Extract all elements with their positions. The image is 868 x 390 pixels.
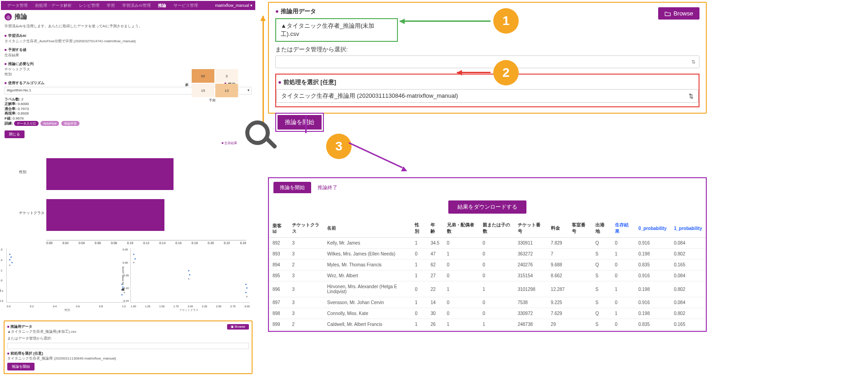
section-required-header: ■推論に必要な列 — [1, 60, 255, 67]
heatmap-cell: 92 — [192, 69, 214, 83]
confusion-matrix: 正解 92 3 15 13 予測 — [183, 69, 242, 103]
bar — [46, 199, 164, 231]
tab-finished[interactable]: 推論終了 — [311, 182, 344, 193]
page-title: 推論 — [15, 13, 27, 21]
heatmap-cell: 3 — [215, 69, 238, 83]
results-header[interactable]: 出港地 — [592, 219, 611, 238]
pill-data-input: データ入り口 — [14, 121, 39, 126]
results-header[interactable]: 1_probability — [670, 219, 706, 238]
results-header[interactable]: 名前 — [323, 219, 411, 238]
results-header[interactable]: 0_probability — [635, 219, 670, 238]
page-subtitle: 学習済みAIを活用します。あらたに取得したデータを使ってAIに予測させましょう。 — [1, 24, 255, 31]
or-select-label: またはデータ管理から選択: — [275, 45, 699, 54]
feature-importance-chart: 性別 チケットクラス 0.000.020.040.060.080.100.120… — [19, 149, 246, 245]
bar-legend: 生存結果 — [1, 141, 255, 145]
data-select[interactable]: ⇅ — [275, 55, 699, 68]
results-header[interactable]: 料金 — [547, 219, 569, 238]
table-row: 9003Abrahim, Mrs. Joseph (Sophie Halaut … — [269, 330, 706, 332]
results-header[interactable]: 生存結果 — [611, 219, 635, 238]
shap-scatter-1: SHAP value for 生存結果 0.30.20.10.0-0.1-0.2… — [6, 248, 126, 303]
nav-train[interactable]: 学習 — [103, 3, 119, 9]
chevron-down-icon: ▾ — [248, 88, 249, 93]
table-row: 8992Caldwell, Mr. Albert Francis12611248… — [269, 319, 706, 330]
results-table: 乗客Idチケットクラス名前性別年齢兄弟・配偶者数親または子の数チケット番号料金客… — [269, 219, 706, 332]
magnifier-icon — [245, 120, 270, 145]
start-inference-small[interactable]: 推論を開始 — [7, 363, 35, 370]
user-menu[interactable]: matrixflow_manual ▾ — [215, 3, 253, 8]
page-title-row: ◎ 推論 — [1, 10, 255, 24]
browse-button-small[interactable]: ▣ Browse — [227, 324, 249, 330]
table-row: 8942Myles, Mr. Thomas Francis16200240276… — [269, 260, 706, 270]
data-select-small[interactable] — [7, 343, 249, 349]
preprocess-select[interactable]: タイタニック生存者_推論用 (20200311130846-matrixflow… — [276, 89, 699, 103]
select-updown-icon: ⇅ — [691, 59, 695, 65]
annotation-arrow-purple-2 — [348, 142, 402, 169]
section-ai-value: タイタニック生存者_AutoFlow分類で学習 (20200327014741-… — [1, 39, 255, 45]
results-header[interactable]: チケットクラス — [288, 219, 323, 238]
start-inference-button[interactable]: 推論を開始 — [278, 115, 322, 130]
pill-autoflow: AutoFlow — [40, 121, 59, 126]
results-header[interactable]: 客室番号 — [568, 219, 592, 238]
nav-trained-ai[interactable]: 学習済みAI管理 — [119, 3, 154, 9]
results-header[interactable]: 乗客Id — [269, 219, 288, 238]
table-row: 8973Svensson, Mr. Johan Cervin1140075389… — [269, 297, 706, 308]
nav-preprocess[interactable]: 前処理・データ解析 — [31, 3, 75, 9]
topbar: データ管理 前処理・データ解析 レシピ管理 学習 学習済みAI管理 推論 サービ… — [1, 1, 255, 10]
step-circle-3: 3 — [326, 134, 352, 159]
nav-inference[interactable]: 推論 — [154, 3, 170, 9]
download-results-button[interactable]: 結果をダウンロードする — [448, 200, 526, 214]
table-row: 8953Wirz, Mr. Albert127003151548.662S00.… — [269, 270, 706, 281]
nav-data[interactable]: データ管理 — [4, 3, 31, 9]
pill-train: 推論学習 — [61, 121, 79, 126]
section-target-header: ■予測する値 — [1, 45, 255, 53]
annotation-arrow-green — [400, 20, 491, 22]
browse-button[interactable]: Browse — [658, 7, 699, 20]
nav-service[interactable]: サービス管理 — [170, 3, 202, 9]
step-circle-2: 2 — [493, 60, 519, 85]
inference-results-panel: 推論を開始 推論終了 結果をダウンロードする 乗客Idチケットクラス名前性別年齢… — [268, 177, 707, 332]
nav-recipe[interactable]: レシピ管理 — [75, 3, 103, 9]
tab-start[interactable]: 推論を開始 — [273, 182, 311, 193]
shap-scatter-2: SHAP value for 生存結果 0.050.00-0.05-0.10-0… — [130, 248, 250, 303]
folder-icon — [665, 11, 671, 16]
results-header[interactable]: 年齢 — [427, 219, 443, 238]
heatmap-cell: 15 — [192, 84, 214, 97]
results-header[interactable]: 親または子の数 — [479, 219, 514, 238]
results-header[interactable]: 兄弟・配偶者数 — [443, 219, 479, 238]
annotation-arrow-purple-1 — [305, 116, 307, 133]
table-row: 8963Hirvonen, Mrs. Alexander (Helga E Li… — [269, 281, 706, 297]
uploaded-file: ▲タイタニック生存者_推論用(未加工).csv — [275, 18, 398, 42]
close-button[interactable]: 閉じる — [5, 130, 25, 138]
heatmap-cell: 13 — [215, 84, 238, 97]
inference-config-small: ▣ Browse ■ 推論用データ ▲タイタニック生存者_推論用(未加工).cs… — [4, 320, 253, 374]
step-circle-1: 1 — [493, 8, 519, 34]
section-target-value: 生存結果 — [1, 53, 255, 60]
annotation-arrow-red — [457, 72, 491, 73]
table-row: 8923Kelly, Mr. James134.5003309117.829Q0… — [269, 238, 706, 249]
results-header[interactable]: チケット番号 — [514, 219, 547, 238]
bar — [46, 158, 174, 190]
inference-icon: ◎ — [5, 13, 12, 20]
section-ai-header: ■学習済みAI — [1, 31, 255, 39]
table-row: 8983Connolly, Miss. Kate030003309727.629… — [269, 308, 706, 319]
table-row: 8933Wilkes, Mrs. James (Ellen Needs)0471… — [269, 249, 706, 260]
select-updown-icon: ⇅ — [689, 93, 694, 100]
left-app-panel: データ管理 前処理・データ解析 レシピ管理 学習 学習済みAI管理 推論 サービ… — [1, 1, 255, 387]
inference-config-zoom: Browse ●推論用データ ▲タイタニック生存者_推論用(未加工).csv ま… — [268, 2, 707, 114]
results-header[interactable]: 性別 — [411, 219, 427, 238]
